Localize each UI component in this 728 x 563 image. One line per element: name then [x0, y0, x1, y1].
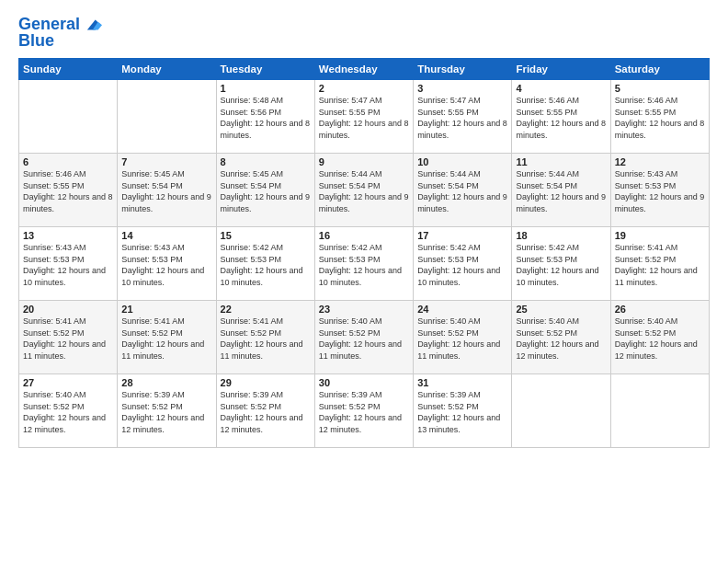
calendar-cell: 15Sunrise: 5:42 AMSunset: 5:53 PMDayligh… [216, 227, 314, 301]
calendar-cell: 11Sunrise: 5:44 AMSunset: 5:54 PMDayligh… [512, 154, 610, 227]
calendar-cell: 17Sunrise: 5:42 AMSunset: 5:53 PMDayligh… [414, 227, 512, 301]
day-number: 14 [121, 230, 211, 241]
calendar-cell: 31Sunrise: 5:39 AMSunset: 5:52 PMDayligh… [414, 374, 512, 448]
calendar-week-row: 6Sunrise: 5:46 AMSunset: 5:55 PMDaylight… [19, 154, 710, 227]
day-info: Sunrise: 5:46 AMSunset: 5:55 PMDaylight:… [516, 96, 606, 140]
day-number: 31 [417, 377, 507, 388]
calendar-week-row: 27Sunrise: 5:40 AMSunset: 5:52 PMDayligh… [19, 374, 710, 448]
day-info: Sunrise: 5:40 AMSunset: 5:52 PMDaylight:… [516, 316, 598, 361]
calendar-cell: 9Sunrise: 5:44 AMSunset: 5:54 PMDaylight… [314, 154, 413, 227]
calendar-cell: 4Sunrise: 5:46 AMSunset: 5:55 PMDaylight… [512, 80, 610, 154]
day-info: Sunrise: 5:44 AMSunset: 5:54 PMDaylight:… [516, 169, 606, 213]
calendar-cell: 23Sunrise: 5:40 AMSunset: 5:52 PMDayligh… [314, 301, 413, 374]
weekday-header: Wednesday [314, 59, 413, 80]
day-number: 2 [319, 83, 409, 94]
calendar-cell: 26Sunrise: 5:40 AMSunset: 5:52 PMDayligh… [610, 301, 709, 374]
calendar-cell: 24Sunrise: 5:40 AMSunset: 5:52 PMDayligh… [414, 301, 512, 374]
day-info: Sunrise: 5:41 AMSunset: 5:52 PMDaylight:… [121, 316, 204, 361]
calendar-week-row: 1Sunrise: 5:48 AMSunset: 5:56 PMDaylight… [19, 80, 710, 154]
day-number: 24 [417, 304, 507, 315]
day-info: Sunrise: 5:43 AMSunset: 5:53 PMDaylight:… [23, 243, 106, 287]
day-number: 7 [121, 156, 211, 167]
day-number: 18 [516, 230, 606, 241]
calendar-cell: 10Sunrise: 5:44 AMSunset: 5:54 PMDayligh… [414, 154, 512, 227]
calendar-cell: 29Sunrise: 5:39 AMSunset: 5:52 PMDayligh… [216, 374, 314, 448]
calendar-cell: 6Sunrise: 5:46 AMSunset: 5:55 PMDaylight… [19, 154, 118, 227]
calendar-cell: 8Sunrise: 5:45 AMSunset: 5:54 PMDaylight… [216, 154, 314, 227]
day-number: 11 [516, 156, 606, 167]
calendar-week-row: 20Sunrise: 5:41 AMSunset: 5:52 PMDayligh… [19, 301, 710, 374]
calendar-cell [610, 374, 709, 448]
logo: General Blue [18, 15, 104, 51]
calendar-body: 1Sunrise: 5:48 AMSunset: 5:56 PMDaylight… [19, 80, 710, 448]
calendar-cell [118, 80, 216, 154]
day-info: Sunrise: 5:43 AMSunset: 5:53 PMDaylight:… [615, 169, 705, 213]
weekday-header: Saturday [610, 59, 709, 80]
day-number: 13 [23, 230, 113, 241]
day-number: 1 [221, 83, 311, 94]
weekday-header: Monday [118, 59, 216, 80]
day-info: Sunrise: 5:46 AMSunset: 5:55 PMDaylight:… [23, 169, 113, 213]
calendar-cell: 2Sunrise: 5:47 AMSunset: 5:55 PMDaylight… [314, 80, 413, 154]
calendar-cell: 28Sunrise: 5:39 AMSunset: 5:52 PMDayligh… [118, 374, 216, 448]
day-info: Sunrise: 5:44 AMSunset: 5:54 PMDaylight:… [417, 169, 507, 213]
day-number: 3 [417, 83, 507, 94]
day-number: 16 [319, 230, 409, 241]
day-info: Sunrise: 5:41 AMSunset: 5:52 PMDaylight:… [23, 316, 106, 361]
calendar-cell: 25Sunrise: 5:40 AMSunset: 5:52 PMDayligh… [512, 301, 610, 374]
day-number: 28 [121, 377, 211, 388]
day-number: 4 [516, 83, 606, 94]
day-number: 5 [615, 83, 705, 94]
day-number: 6 [23, 156, 113, 167]
day-number: 29 [221, 377, 311, 388]
day-info: Sunrise: 5:39 AMSunset: 5:52 PMDaylight:… [121, 390, 204, 434]
day-number: 12 [615, 156, 705, 167]
calendar-cell: 16Sunrise: 5:42 AMSunset: 5:53 PMDayligh… [314, 227, 413, 301]
day-info: Sunrise: 5:42 AMSunset: 5:53 PMDaylight:… [417, 243, 500, 287]
calendar-cell: 5Sunrise: 5:46 AMSunset: 5:55 PMDaylight… [610, 80, 709, 154]
day-info: Sunrise: 5:43 AMSunset: 5:53 PMDaylight:… [121, 243, 204, 287]
day-info: Sunrise: 5:39 AMSunset: 5:52 PMDaylight:… [417, 390, 500, 434]
day-info: Sunrise: 5:41 AMSunset: 5:52 PMDaylight:… [221, 316, 303, 361]
header: General Blue [18, 15, 710, 51]
calendar-cell: 1Sunrise: 5:48 AMSunset: 5:56 PMDaylight… [216, 80, 314, 154]
day-info: Sunrise: 5:39 AMSunset: 5:52 PMDaylight:… [221, 390, 303, 434]
day-info: Sunrise: 5:40 AMSunset: 5:52 PMDaylight:… [417, 316, 500, 361]
day-number: 22 [221, 304, 311, 315]
calendar-cell: 12Sunrise: 5:43 AMSunset: 5:53 PMDayligh… [610, 154, 709, 227]
day-number: 30 [319, 377, 409, 388]
calendar-cell: 19Sunrise: 5:41 AMSunset: 5:52 PMDayligh… [610, 227, 709, 301]
day-info: Sunrise: 5:40 AMSunset: 5:52 PMDaylight:… [23, 390, 106, 434]
day-info: Sunrise: 5:40 AMSunset: 5:52 PMDaylight:… [319, 316, 402, 361]
calendar-cell [512, 374, 610, 448]
calendar-cell [19, 80, 118, 154]
calendar-cell: 30Sunrise: 5:39 AMSunset: 5:52 PMDayligh… [314, 374, 413, 448]
day-info: Sunrise: 5:47 AMSunset: 5:55 PMDaylight:… [417, 96, 507, 140]
day-number: 26 [615, 304, 705, 315]
calendar-cell: 3Sunrise: 5:47 AMSunset: 5:55 PMDaylight… [414, 80, 512, 154]
day-number: 19 [615, 230, 705, 241]
day-info: Sunrise: 5:40 AMSunset: 5:52 PMDaylight:… [615, 316, 698, 361]
day-number: 27 [23, 377, 113, 388]
day-info: Sunrise: 5:41 AMSunset: 5:52 PMDaylight:… [615, 243, 698, 287]
weekday-header: Tuesday [216, 59, 314, 80]
day-number: 8 [221, 156, 311, 167]
calendar-header-row: SundayMondayTuesdayWednesdayThursdayFrid… [19, 59, 710, 80]
calendar-cell: 7Sunrise: 5:45 AMSunset: 5:54 PMDaylight… [118, 154, 216, 227]
calendar-cell: 13Sunrise: 5:43 AMSunset: 5:53 PMDayligh… [19, 227, 118, 301]
weekday-header: Thursday [414, 59, 512, 80]
logo-icon [82, 15, 102, 35]
day-info: Sunrise: 5:42 AMSunset: 5:53 PMDaylight:… [319, 243, 402, 287]
day-info: Sunrise: 5:45 AMSunset: 5:54 PMDaylight:… [221, 169, 311, 213]
day-number: 20 [23, 304, 113, 315]
weekday-header: Friday [512, 59, 610, 80]
calendar-cell: 14Sunrise: 5:43 AMSunset: 5:53 PMDayligh… [118, 227, 216, 301]
page: General Blue SundayMondayTuesdayWednesda… [0, 0, 728, 563]
calendar-cell: 21Sunrise: 5:41 AMSunset: 5:52 PMDayligh… [118, 301, 216, 374]
weekday-header: Sunday [19, 59, 118, 80]
day-number: 17 [417, 230, 507, 241]
day-info: Sunrise: 5:42 AMSunset: 5:53 PMDaylight:… [221, 243, 303, 287]
calendar-cell: 18Sunrise: 5:42 AMSunset: 5:53 PMDayligh… [512, 227, 610, 301]
day-number: 15 [221, 230, 311, 241]
day-number: 23 [319, 304, 409, 315]
